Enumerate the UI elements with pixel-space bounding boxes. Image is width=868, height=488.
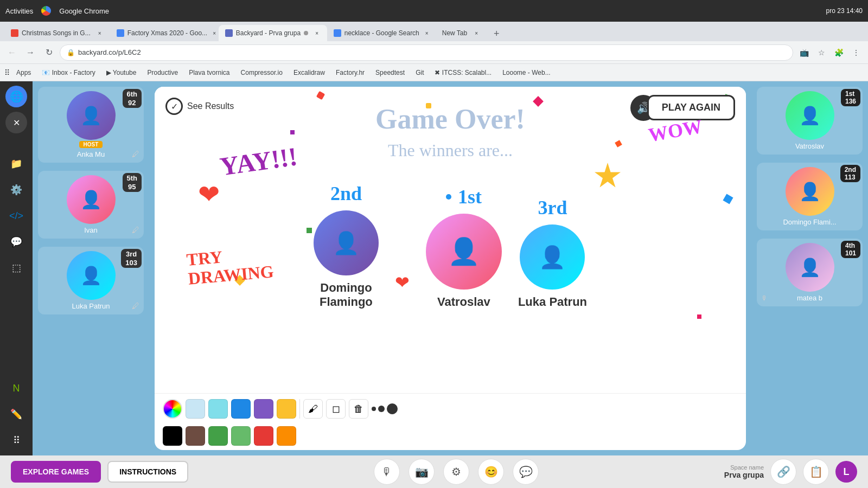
share-button[interactable]: 📋 [803,459,829,485]
brush-size-selector [372,403,398,414]
bucket-tool[interactable]: 🗑 [349,399,368,419]
score-label-anka: 92 [128,99,136,107]
eraser-tool[interactable]: ◻ [326,399,346,419]
lock-icon: 🔒 [67,49,75,56]
bookmark-speedtest[interactable]: Speedtest [371,68,409,78]
sidebar-settings-icon[interactable]: ⚙️ [5,179,27,201]
bookmark-productive[interactable]: Productive [143,68,182,78]
player-card-vatroslav: 1st136 👤 Vatroslav [757,87,863,155]
player-avatar-ivan: 👤 [67,175,116,224]
color-swatch-yellow[interactable] [277,399,296,419]
microphone-button[interactable]: 🎙 [374,459,400,485]
extension-icon[interactable]: 🧩 [831,45,846,60]
nav-icons-right: 📺 ☆ 🧩 ⋮ [796,45,864,60]
bookmark-plava[interactable]: Plava tvornica [184,68,234,78]
player-rank-anka: 6th 92 [123,89,142,108]
sidebar-apps-grid[interactable]: ⠿ [5,429,27,451]
instructions-label: INSTRUCTIONS [119,467,176,476]
activities-label[interactable]: Activities [5,7,33,15]
color-red[interactable] [254,426,273,446]
bookmark-compressor[interactable]: Compressor.io [237,68,287,78]
host-badge-anka: HOST [79,141,103,148]
address-bar[interactable]: 🔒 backyard.co/p/L6C2 [60,44,793,61]
color-green[interactable] [231,426,251,446]
player-rank-ivan: 5th 95 [123,173,142,192]
color-swatch-lightblue2[interactable] [208,399,228,419]
tab-close-newtab[interactable]: × [473,29,480,37]
confetti-12 [697,314,701,319]
sidebar-chrome-icon[interactable]: 🌐 [5,86,27,107]
bookmark-factory[interactable]: Factory.hr [331,68,369,78]
sidebar-close-btn[interactable]: ✕ [5,112,27,133]
bookmark-git[interactable]: Git [411,68,428,78]
bookmark-apps[interactable]: Apps [12,68,35,78]
bookmark-excalidraw[interactable]: Excalidraw [289,68,329,78]
tab-close-backyard[interactable]: × [314,29,321,37]
brush-size-small[interactable] [372,407,376,411]
apps-icon[interactable]: ⠿ [4,68,10,77]
space-name-value: Prva grupa [724,471,764,479]
brush-size-large[interactable] [387,403,398,414]
bookmark-inbox[interactable]: 📧 Inbox - Factory [37,68,99,78]
color-picker-rainbow[interactable] [163,399,182,419]
play-again-label: PLAY AGAIN [662,102,720,113]
sidebar-screenshot-icon[interactable]: ⬚ [5,257,27,279]
bookmark-looome[interactable]: Looome - Web... [498,68,555,78]
sidebar-files-icon[interactable]: 📁 [5,153,27,175]
sidebar-vscode-icon[interactable]: </> [5,205,27,227]
tab-necklace[interactable]: necklace - Google Search × [327,25,436,41]
tab-factory[interactable]: Factory Xmas 2020 - Goo... × [110,25,219,41]
sidebar-nvidia-icon[interactable]: N [5,377,27,399]
instructions-button[interactable]: INSTRUCTIONS [107,461,188,483]
game-over-screen: ✓ See Results 🔊 PLAY AGAIN WOW YAY!!! ❤ [155,87,746,393]
player-avatar-domingo: 👤 [786,167,834,216]
forward-button[interactable]: → [23,45,38,60]
color-swatch-blue[interactable] [231,399,251,419]
cast-icon[interactable]: 📺 [796,45,812,60]
explore-games-label: EXPLORE GAMES [23,467,89,476]
player-name-luka-left: Luka Patrun [72,302,110,310]
color-brown[interactable] [186,426,205,446]
bookmark-itcss[interactable]: ✖ ITCSS: Scalabl... [430,68,496,78]
camera-button[interactable]: 📷 [409,459,435,485]
see-results-button[interactable]: ✓ See Results [165,98,234,115]
explore-games-button[interactable]: EXPLORE GAMES [11,461,101,483]
podium-player-1st: 1st 👤 Vatroslav [426,185,502,309]
tab-close-christmas[interactable]: × [96,29,104,37]
emoji-button[interactable]: 😊 [478,459,504,485]
tab-newtab[interactable]: New Tab × [436,25,487,41]
tab-favicon-christmas [11,29,18,37]
brush-size-medium[interactable] [378,406,385,412]
new-tab-button[interactable]: + [489,26,504,41]
settings-button[interactable]: ⚙ [443,459,469,485]
system-time: pro 23 14:40 [826,7,863,15]
os-bar-right: pro 23 14:40 [826,7,863,15]
color-swatch-purple[interactable] [254,399,273,419]
tab-bar: Christmas Songs in G... × Factory Xmas 2… [0,22,868,41]
podium-rank-1st-row: 1st [446,185,482,208]
sidebar-slack-icon[interactable]: 💬 [5,231,27,253]
tab-label-backyard: Backyard - Prva grupa [236,29,301,37]
bookmark-youtube[interactable]: ▶ Youtube [102,68,141,78]
color-orange[interactable] [277,426,296,446]
tab-backyard[interactable]: Backyard - Prva grupa × [219,25,327,41]
menu-button[interactable]: ⋮ [848,45,864,60]
reload-button[interactable]: ↻ [41,45,56,60]
sidebar-edit-icon[interactable]: ✏️ [5,403,27,425]
color-darkgreen[interactable] [208,426,228,446]
color-black[interactable] [163,426,182,446]
players-right: 1st136 👤 Vatroslav 2nd113 👤 Domingo Flam… [751,81,868,455]
player-mic-ivan: 🖊 [132,226,139,234]
podium-rank-1st: 1st [458,185,482,208]
link-button[interactable]: 🔗 [770,459,796,485]
user-avatar[interactable]: L [835,461,857,483]
brush-tool[interactable]: 🖌 [303,399,323,419]
star-icon[interactable]: ☆ [814,45,829,60]
player-card-ivan: 5th 95 👤 Ivan 🖊 [38,171,144,239]
back-button[interactable]: ← [4,45,20,60]
chat-button[interactable]: 💬 [513,459,539,485]
tab-christmas[interactable]: Christmas Songs in G... × [4,25,110,41]
tab-close-factory[interactable]: × [213,29,216,37]
tab-close-necklace[interactable]: × [425,29,429,37]
color-swatch-lightblue1[interactable] [186,399,205,419]
